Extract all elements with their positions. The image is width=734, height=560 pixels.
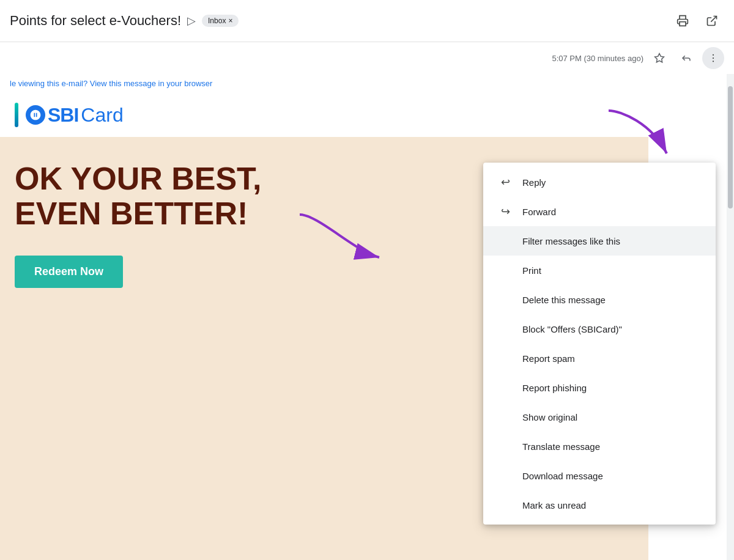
view-browser-text: le viewing this e-mail? View this messag… [10, 79, 212, 88]
svg-point-3 [713, 54, 714, 56]
menu-item-translate[interactable]: Translate message [483, 432, 716, 461]
scrollbar-thumb [728, 86, 733, 208]
open-external-icon [706, 15, 718, 27]
card-text: Card [81, 104, 123, 127]
menu-item-download[interactable]: Download message [483, 461, 716, 490]
reply-button[interactable] [675, 47, 697, 69]
download-menu-label: Download message [522, 471, 603, 481]
translate-menu-label: Translate message [522, 441, 600, 452]
block-menu-label: Block "Offers (SBICard)" [522, 324, 622, 334]
menu-item-print[interactable]: Print [483, 256, 716, 285]
inbox-close-icon[interactable]: × [228, 17, 232, 25]
inbox-badge[interactable]: Inbox × [202, 15, 239, 27]
filter-menu-label: Filter messages like this [522, 236, 620, 246]
email-body: le viewing this e-mail? View this messag… [0, 74, 734, 560]
redeem-now-button[interactable]: Redeem Now [15, 256, 123, 288]
delete-menu-label: Delete this message [522, 295, 606, 305]
view-browser-bar: le viewing this e-mail? View this messag… [0, 74, 648, 93]
phishing-menu-label: Report phishing [522, 383, 587, 393]
promo-text-line1: OK YOUR BEST, [15, 161, 328, 196]
header-actions [670, 9, 724, 33]
reply-icon [681, 53, 692, 64]
more-vertical-icon [708, 53, 719, 64]
menu-item-delete[interactable]: Delete this message [483, 285, 716, 314]
menu-item-phishing[interactable]: Report phishing [483, 373, 716, 402]
star-button[interactable] [648, 47, 670, 69]
inbox-label: Inbox [208, 17, 226, 25]
svg-rect-0 [680, 22, 686, 26]
promo-big-text: OK YOUR BEST, EVEN BETTER! [0, 137, 343, 243]
message-time: 5:07 PM (30 minutes ago) [552, 54, 643, 63]
forward-menu-label: Forward [522, 207, 556, 217]
print-button[interactable] [670, 9, 695, 33]
svg-marker-2 [655, 54, 664, 62]
reply-menu-label: Reply [522, 177, 546, 188]
svg-point-5 [713, 61, 714, 62]
scrollbar[interactable] [727, 74, 734, 560]
star-icon [654, 53, 665, 64]
menu-item-block[interactable]: Block "Offers (SBICard)" [483, 314, 716, 344]
email-header: Points for select e-Vouchers! ▷ Inbox × [0, 0, 734, 42]
sbi-text: SBI [48, 104, 78, 127]
original-menu-label: Show original [522, 412, 577, 422]
svg-line-1 [711, 17, 716, 22]
context-menu: ↩Reply↪ForwardFilter messages like thisP… [483, 163, 716, 525]
open-external-button[interactable] [700, 9, 724, 33]
svg-point-4 [713, 57, 714, 59]
more-options-button[interactable] [702, 47, 724, 69]
menu-item-filter[interactable]: Filter messages like this [483, 226, 716, 256]
menu-item-spam[interactable]: Report spam [483, 344, 716, 373]
menu-item-unread[interactable]: Mark as unread [483, 490, 716, 520]
email-subject: Points for select e-Vouchers! ▷ Inbox × [10, 13, 239, 29]
reply-menu-icon: ↩ [498, 175, 513, 189]
sbi-header: SBI Card [0, 93, 648, 137]
forward-menu-icon: ↪ [498, 205, 513, 218]
print-menu-label: Print [522, 265, 541, 276]
spam-menu-label: Report spam [522, 353, 575, 364]
filter-icon: ▷ [187, 14, 196, 28]
print-icon [677, 15, 689, 27]
menu-item-original[interactable]: Show original [483, 402, 716, 432]
subject-text: Points for select e-Vouchers! [10, 13, 181, 29]
menu-item-reply[interactable]: ↩Reply [483, 168, 716, 197]
teal-accent-bar [15, 103, 18, 127]
unread-menu-label: Mark as unread [522, 500, 586, 510]
promo-text-line2: EVEN BETTER! [15, 196, 328, 231]
menu-item-forward[interactable]: ↪Forward [483, 197, 716, 226]
view-browser-link[interactable]: le viewing this e-mail? View this messag… [10, 79, 212, 88]
sbi-circle-icon [26, 105, 45, 125]
message-time-bar: 5:07 PM (30 minutes ago) [0, 42, 734, 74]
sbi-logo: SBI Card [26, 104, 124, 127]
